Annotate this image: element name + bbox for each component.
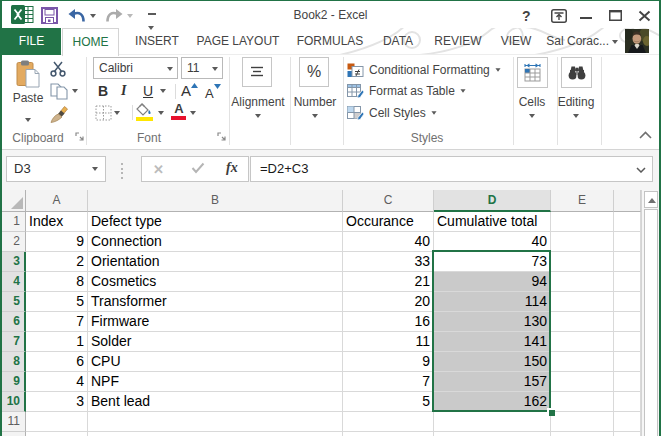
borders-icon[interactable]: [95, 105, 112, 121]
paste-button[interactable]: Paste: [8, 58, 48, 124]
cell-D6[interactable]: 130: [434, 312, 551, 332]
cell-B10[interactable]: Bent lead: [88, 392, 343, 412]
cell-E9[interactable]: [551, 372, 614, 392]
tab-data[interactable]: DATA: [383, 28, 413, 55]
editing-caret[interactable]: [573, 114, 579, 118]
enter-icon[interactable]: [191, 162, 205, 174]
cell-F5[interactable]: [614, 292, 641, 312]
name-box[interactable]: D3: [6, 156, 106, 182]
account-name[interactable]: Sal Corac...: [546, 28, 609, 55]
conditional-formatting-button[interactable]: Conditional Formatting: [347, 61, 501, 79]
undo-dropdown-caret[interactable]: [90, 14, 96, 18]
cell-A4[interactable]: 8: [26, 272, 88, 292]
row-header-8[interactable]: 8: [2, 352, 26, 372]
customize-quick-access-icon[interactable]: [148, 11, 156, 34]
cell-A3[interactable]: 2: [26, 252, 88, 272]
column-header-A[interactable]: A: [26, 190, 88, 212]
row-header-9[interactable]: 9: [2, 372, 26, 392]
underline-button[interactable]: U: [143, 83, 153, 99]
cell-D7[interactable]: 141: [434, 332, 551, 352]
collapse-ribbon-icon[interactable]: [639, 131, 652, 139]
row-header-2[interactable]: 2: [2, 232, 26, 252]
font-dialog-launcher[interactable]: [217, 132, 227, 142]
cell-C11[interactable]: [343, 412, 434, 432]
row-header-11[interactable]: 11: [2, 412, 26, 432]
row-header-12[interactable]: 12: [2, 432, 26, 436]
cell-E3[interactable]: [551, 252, 614, 272]
cell-C12[interactable]: [343, 432, 434, 436]
cell-A8[interactable]: 6: [26, 352, 88, 372]
vertical-scrollbar[interactable]: [641, 190, 659, 436]
cell-D8[interactable]: 150: [434, 352, 551, 372]
avatar[interactable]: [625, 29, 649, 53]
cell-B7[interactable]: Solder: [88, 332, 343, 352]
cell-E12[interactable]: [551, 432, 614, 436]
cell-C7[interactable]: 11: [343, 332, 434, 352]
name-box-caret[interactable]: [92, 167, 98, 171]
fill-color-caret[interactable]: [158, 111, 164, 115]
tab-file[interactable]: FILE: [2, 28, 61, 55]
cell-D4[interactable]: 94: [434, 272, 551, 292]
cell-C9[interactable]: 7: [343, 372, 434, 392]
cell-A7[interactable]: 1: [26, 332, 88, 352]
grow-font-button[interactable]: A: [181, 82, 191, 100]
cell-F11[interactable]: [614, 412, 641, 432]
cell-A2[interactable]: 9: [26, 232, 88, 252]
format-as-table-button[interactable]: Format as Table: [347, 82, 466, 100]
cell-D1[interactable]: Cumulative total: [434, 212, 551, 232]
format-painter-icon[interactable]: [50, 106, 68, 123]
cell-C3[interactable]: 33: [343, 252, 434, 272]
cell-A12[interactable]: [26, 432, 88, 436]
column-header-D[interactable]: D: [434, 190, 551, 212]
cell-D10[interactable]: 162: [434, 392, 551, 412]
tab-home[interactable]: HOME: [62, 28, 119, 56]
cells-button[interactable]: [517, 57, 548, 88]
font-color-caret[interactable]: [190, 111, 196, 115]
cell-F10[interactable]: [614, 392, 641, 412]
insert-function-icon[interactable]: fx: [226, 160, 238, 176]
cell-C10[interactable]: 5: [343, 392, 434, 412]
cell-D5[interactable]: 114: [434, 292, 551, 312]
account-dropdown-caret[interactable]: [612, 40, 618, 44]
close-icon[interactable]: [638, 10, 651, 22]
formula-input[interactable]: =D2+C3: [250, 156, 653, 182]
cell-D9[interactable]: 157: [434, 372, 551, 392]
redo-icon[interactable]: [104, 8, 124, 23]
cell-B11[interactable]: [88, 412, 343, 432]
italic-button[interactable]: I: [121, 83, 126, 99]
cell-A10[interactable]: 3: [26, 392, 88, 412]
cell-E7[interactable]: [551, 332, 614, 352]
redo-dropdown-caret[interactable]: [127, 14, 133, 18]
column-header-C[interactable]: C: [343, 190, 434, 212]
cell-E4[interactable]: [551, 272, 614, 292]
alignment-caret[interactable]: [255, 114, 261, 118]
fill-handle[interactable]: [547, 408, 555, 416]
cell-C8[interactable]: 9: [343, 352, 434, 372]
cell-C2[interactable]: 40: [343, 232, 434, 252]
row-header-4[interactable]: 4: [2, 272, 26, 292]
cell-B6[interactable]: Firmware: [88, 312, 343, 332]
cut-icon[interactable]: [50, 61, 67, 77]
cell-F7[interactable]: [614, 332, 641, 352]
borders-caret[interactable]: [114, 111, 120, 115]
cell-B2[interactable]: Connection: [88, 232, 343, 252]
shrink-font-button[interactable]: A: [205, 84, 214, 102]
cell-E2[interactable]: [551, 232, 614, 252]
help-icon[interactable]: ?: [522, 8, 531, 24]
cell-A1[interactable]: Index: [26, 212, 88, 232]
cell-B1[interactable]: Defect type: [88, 212, 343, 232]
cell-A6[interactable]: 7: [26, 312, 88, 332]
cell-C6[interactable]: 16: [343, 312, 434, 332]
ribbon-display-options-icon[interactable]: [551, 9, 567, 23]
row-header-1[interactable]: 1: [2, 212, 26, 232]
column-header-E[interactable]: E: [551, 190, 614, 212]
cell-D3[interactable]: 73: [434, 252, 551, 272]
cell-A11[interactable]: [26, 412, 88, 432]
cell-F2[interactable]: [614, 232, 641, 252]
number-button[interactable]: %: [299, 57, 329, 87]
maximize-icon[interactable]: [609, 10, 622, 21]
cell-E8[interactable]: [551, 352, 614, 372]
cell-B9[interactable]: NPF: [88, 372, 343, 392]
tab-view[interactable]: VIEW: [501, 28, 532, 55]
scroll-up-button[interactable]: [644, 191, 658, 208]
